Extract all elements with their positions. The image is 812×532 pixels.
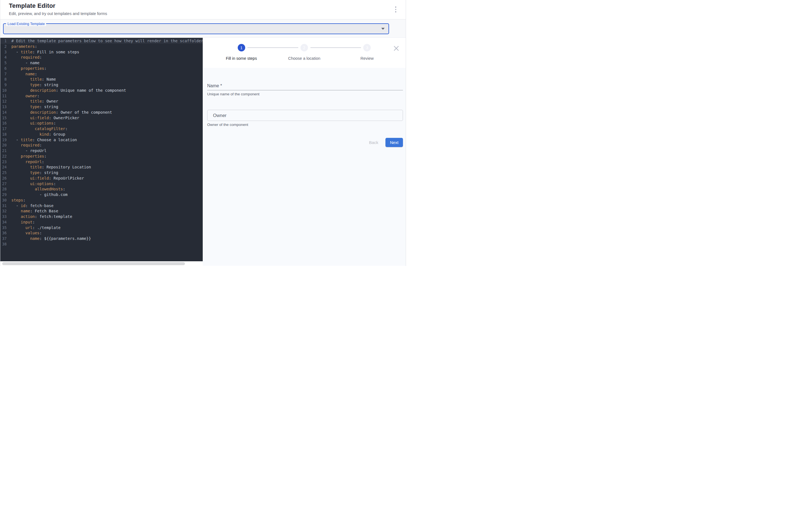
code-line[interactable]: 3 - title: Fill in some steps: [0, 50, 203, 55]
code-line[interactable]: 10 description: Unique name of the compo…: [0, 88, 203, 94]
line-number: 4: [0, 55, 7, 60]
code-line[interactable]: 21 - repoUrl: [0, 148, 203, 154]
code-line[interactable]: 27 ui:options:: [0, 181, 203, 187]
line-number: 18: [0, 132, 7, 137]
line-number: 11: [0, 94, 7, 99]
line-content: type: string: [7, 104, 58, 110]
name-helper-text: Unique name of the component: [207, 92, 403, 96]
line-number: 31: [0, 203, 7, 209]
load-existing-template-select[interactable]: Load Existing Template: [3, 23, 389, 34]
line-number: 23: [0, 159, 7, 165]
line-number: 14: [0, 110, 7, 115]
line-content: parameters:: [7, 44, 37, 50]
code-line[interactable]: 32 name: Fetch Base: [0, 209, 203, 214]
scrollbar-thumb[interactable]: [2, 262, 185, 265]
code-line[interactable]: 22 properties:: [0, 154, 203, 159]
code-line[interactable]: 11 owner:: [0, 94, 203, 99]
line-content: owner:: [7, 94, 40, 99]
code-line[interactable]: 8 title: Name: [0, 77, 203, 82]
code-line[interactable]: 19 - title: Choose a location: [0, 137, 203, 143]
line-content: [7, 241, 11, 247]
line-content: repoUrl:: [7, 159, 44, 165]
code-line[interactable]: 9 type: string: [0, 82, 203, 88]
line-content: title: Name: [7, 77, 56, 82]
line-number: 8: [0, 77, 7, 82]
code-line[interactable]: 16 ui:options:: [0, 121, 203, 126]
code-line[interactable]: 23 repoUrl:: [0, 159, 203, 165]
line-number: 17: [0, 126, 7, 132]
line-number: 6: [0, 66, 7, 71]
code-line[interactable]: 30steps:: [0, 198, 203, 203]
line-content: description: Owner of the component: [7, 110, 112, 115]
line-number: 21: [0, 148, 7, 154]
line-number: 30: [0, 198, 7, 203]
code-line[interactable]: 28 allowedHosts:: [0, 186, 203, 192]
code-line[interactable]: 20 required:: [0, 143, 203, 148]
line-number: 24: [0, 165, 7, 170]
more-options-button[interactable]: [390, 4, 401, 15]
code-line[interactable]: 12 title: Owner: [0, 99, 203, 104]
line-content: properties:: [7, 154, 46, 159]
stepper: 1Fill in some steps2Choose a location3Re…: [210, 44, 398, 60]
code-line[interactable]: 25 type: string: [0, 170, 203, 176]
code-line[interactable]: 26 ui:field: RepoUrlPicker: [0, 176, 203, 181]
code-line[interactable]: 14 description: Owner of the component: [0, 110, 203, 115]
line-number: 36: [0, 230, 7, 236]
code-line[interactable]: 6 properties:: [0, 66, 203, 71]
step-connector-line: [247, 47, 298, 48]
step-label: Fill in some steps: [226, 56, 257, 60]
code-line[interactable]: 18 kind: Group: [0, 132, 203, 137]
back-button[interactable]: Back: [365, 138, 382, 147]
template-editor-page: Template Editor Edit, preview, and try o…: [0, 0, 406, 266]
code-line[interactable]: 33 action: fetch:template: [0, 214, 203, 220]
line-content: ui:options:: [7, 121, 56, 126]
code-line[interactable]: 31 - id: fetch-base: [0, 203, 203, 209]
code-line[interactable]: 13 type: string: [0, 104, 203, 110]
line-content: kind: Group: [7, 132, 65, 137]
yaml-code-editor[interactable]: 1# Edit the template parameters below to…: [0, 38, 203, 261]
code-line[interactable]: 34 input:: [0, 220, 203, 225]
name-field-underline: [207, 90, 403, 90]
name-field[interactable]: Name * Unique name of the component: [207, 83, 403, 96]
next-button[interactable]: Next: [386, 138, 403, 147]
code-line[interactable]: 36 values:: [0, 230, 203, 236]
line-content: action: fetch:template: [7, 214, 72, 220]
code-line[interactable]: 37 name: ${{parameters.name}}: [0, 236, 203, 241]
code-line[interactable]: 29 - github.com: [0, 192, 203, 198]
code-line[interactable]: 38: [0, 241, 203, 247]
line-number: 15: [0, 115, 7, 121]
page-header: Template Editor Edit, preview, and try o…: [0, 0, 406, 19]
editor-column: 1# Edit the template parameters below to…: [0, 38, 203, 266]
owner-field-label: Owner: [213, 113, 227, 118]
code-line[interactable]: 15 ui:field: OwnerPicker: [0, 115, 203, 121]
line-content: # Edit the template parameters below to …: [7, 38, 203, 44]
code-line[interactable]: 2parameters:: [0, 44, 203, 50]
line-content: - repoUrl: [7, 148, 46, 154]
line-content: properties:: [7, 66, 46, 71]
line-content: - github.com: [7, 192, 68, 198]
line-content: title: Repository Location: [7, 165, 91, 170]
step-connector-line: [310, 47, 361, 48]
line-content: description: Unique name of the componen…: [7, 88, 126, 94]
line-content: name: ${{parameters.name}}: [7, 236, 91, 241]
stepper-step-2: 2Choose a location: [273, 44, 335, 60]
line-number: 35: [0, 225, 7, 231]
code-line[interactable]: 4 required:: [0, 55, 203, 60]
template-form: Name * Unique name of the component Owne…: [203, 68, 406, 147]
code-line[interactable]: 5 - name: [0, 60, 203, 66]
owner-field[interactable]: Owner: [207, 110, 403, 121]
code-line[interactable]: 35 url: ./template: [0, 225, 203, 231]
code-line[interactable]: 1# Edit the template parameters below to…: [0, 38, 203, 44]
code-line[interactable]: 24 title: Repository Location: [0, 165, 203, 170]
line-content: - name: [7, 60, 40, 66]
code-line[interactable]: 7 name:: [0, 71, 203, 77]
line-content: input:: [7, 220, 35, 225]
line-number: 26: [0, 176, 7, 181]
line-content: ui:field: RepoUrlPicker: [7, 176, 84, 181]
line-content: catalogFilter:: [7, 126, 68, 132]
step-number-badge: 1: [238, 44, 245, 52]
line-content: name:: [7, 71, 37, 77]
code-line[interactable]: 17 catalogFilter:: [0, 126, 203, 132]
step-label: Review: [361, 56, 374, 60]
line-number: 13: [0, 104, 7, 110]
